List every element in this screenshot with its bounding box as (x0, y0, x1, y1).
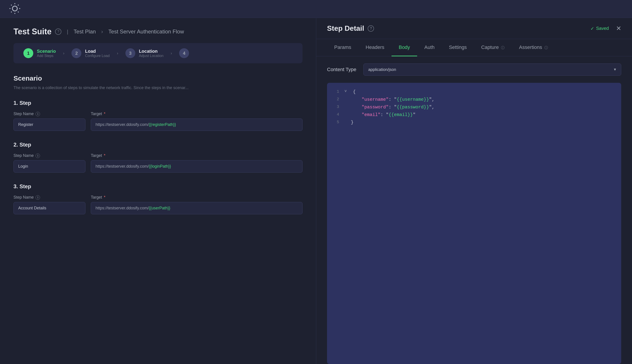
code-line-2: 2 "username": "{{username}}", (332, 96, 616, 104)
code-editor[interactable]: 1 v { 2 "username": "{{username}}", 3 "p… (327, 83, 621, 364)
step-block-2: 2. Step Step Name ℹ Target* (14, 142, 303, 172)
breadcrumb-current: Test Server Authentication Flow (108, 28, 184, 35)
step-arrow-1: › (63, 51, 64, 56)
detail-title: Step Detail ? (327, 24, 374, 32)
svg-line-8 (18, 5, 19, 6)
svg-line-7 (11, 12, 12, 12)
step-info-2: Load Configure Load (85, 49, 109, 58)
tab-body[interactable]: Body (391, 39, 417, 56)
line-indicator-1: v (345, 88, 347, 96)
line-content-4: "email": "{{email}}" (351, 111, 415, 119)
title-help-icon[interactable]: ? (55, 28, 61, 35)
tab-auth[interactable]: Auth (417, 39, 442, 56)
step2-name-label: Step Name ℹ (14, 153, 85, 158)
step3-target-group: Target* https://testserver.ddosify.com/{… (91, 195, 303, 214)
step-info-1: Scenario Add Steps (37, 49, 56, 58)
content-type-row: Content Type application/json text/plain… (316, 56, 632, 83)
breadcrumb-arrow: › (101, 28, 103, 35)
step-arrow-2: › (117, 51, 118, 56)
step1-name-info-icon[interactable]: ℹ (36, 112, 40, 116)
line-num-4: 4 (332, 111, 339, 119)
step-name-3: Location (139, 49, 163, 54)
content-type-label: Content Type (327, 67, 356, 72)
tab-headers[interactable]: Headers (358, 39, 391, 56)
step-name-2: Load (85, 49, 109, 54)
step2-target-group: Target* https://testserver.ddosify.com/{… (91, 153, 303, 172)
step-nav-2[interactable]: 2 Load Configure Load (66, 48, 115, 58)
line-num-3: 3 (332, 104, 339, 111)
line-content-3: "password": "{{password}}", (351, 104, 435, 111)
step-block-3: 3. Step Step Name ℹ Target* (14, 183, 303, 214)
scenario-title: Scenario (14, 74, 303, 82)
capture-info-icon: ⓘ (501, 46, 505, 50)
step1-target-template: {{registerPath}} (149, 122, 176, 127)
content-type-select[interactable]: application/json text/plain application/… (363, 64, 621, 76)
tab-assertions[interactable]: Assertions ⓘ (512, 39, 555, 56)
main-layout: Test Suite ? | Test Plan › Test Server A… (0, 18, 632, 364)
tabs-bar: Params Headers Body Auth Settings Captur… (316, 39, 632, 56)
step1-target-label: Target* (91, 112, 303, 116)
tab-capture[interactable]: Capture ⓘ (474, 39, 512, 56)
scenario-description: The scenario is a collection of steps to… (14, 85, 303, 91)
step1-name-input[interactable] (14, 118, 85, 131)
line-content-5: } (351, 119, 353, 126)
code-line-4: 4 "email": "{{email}}" (332, 111, 616, 119)
step-block-title-2: 2. Step (14, 142, 303, 148)
step2-target-display[interactable]: https://testserver.ddosify.com/{{loginPa… (91, 160, 303, 172)
breadcrumb-plan[interactable]: Test Plan (74, 28, 96, 35)
step-info-3: Location Adjust Location (139, 49, 163, 58)
line-num-5: 5 (332, 119, 339, 126)
step-sub-2: Configure Load (85, 54, 109, 58)
svg-line-4 (18, 12, 19, 12)
line-num-1: 1 (332, 88, 339, 96)
step2-name-group: Step Name ℹ (14, 153, 85, 172)
step2-target-base: https://testserver.ddosify.com/ (96, 164, 149, 169)
svg-line-3 (11, 5, 12, 6)
step3-name-input[interactable] (14, 202, 85, 214)
close-button[interactable]: ✕ (616, 25, 621, 32)
code-line-1: 1 v { (332, 88, 616, 96)
steps-nav: 1 Scenario Add Steps › 2 Load Configure … (14, 43, 303, 63)
step2-name-input[interactable] (14, 160, 85, 172)
step3-target-label: Target* (91, 195, 303, 200)
detail-actions: ✓ Saved ✕ (590, 25, 621, 32)
line-num-2: 2 (332, 96, 339, 104)
code-line-3: 3 "password": "{{password}}", (332, 104, 616, 111)
step1-name-label: Step Name ℹ (14, 112, 85, 116)
saved-label: Saved (596, 26, 609, 31)
left-panel: Test Suite ? | Test Plan › Test Server A… (0, 18, 316, 364)
step3-name-group: Step Name ℹ (14, 195, 85, 214)
breadcrumb-separator: | (67, 28, 68, 35)
app-title: Test Suite (14, 27, 52, 36)
line-content-2: "username": "{{username}}", (351, 96, 435, 104)
step3-target-display[interactable]: https://testserver.ddosify.com/{{userPat… (91, 202, 303, 214)
detail-header: Step Detail ? ✓ Saved ✕ (316, 18, 632, 39)
step1-target-display[interactable]: https://testserver.ddosify.com/{{registe… (91, 118, 303, 131)
step-nav-1[interactable]: 1 Scenario Add Steps (18, 48, 61, 58)
step-num-4: 4 (179, 48, 189, 58)
step-sub-3: Adjust Location (139, 54, 163, 58)
step-fields-3: Step Name ℹ Target* https://testserver.d… (14, 195, 303, 214)
step2-target-template: {{loginPath}} (149, 164, 171, 169)
svg-point-0 (12, 6, 17, 11)
step2-name-info-icon[interactable]: ℹ (36, 154, 40, 158)
step-nav-3[interactable]: 3 Location Adjust Location (120, 48, 169, 58)
step-num-1: 1 (23, 48, 33, 58)
assertions-info-icon: ⓘ (544, 46, 548, 50)
step-block-1: 1. Step Step Name ℹ Target* (14, 100, 303, 131)
detail-help-icon[interactable]: ? (368, 25, 374, 32)
tab-settings[interactable]: Settings (442, 39, 474, 56)
sun-icon (9, 3, 21, 15)
step-block-title-3: 3. Step (14, 183, 303, 190)
step-sub-1: Add Steps (37, 54, 56, 58)
saved-badge: ✓ Saved (590, 26, 609, 31)
step1-target-base: https://testserver.ddosify.com/ (96, 122, 149, 127)
tab-params[interactable]: Params (327, 39, 358, 56)
step-nav-4[interactable]: 4 (174, 48, 194, 58)
step3-name-info-icon[interactable]: ℹ (36, 195, 40, 200)
step-name-1: Scenario (37, 49, 56, 54)
step-fields-1: Step Name ℹ Target* https://testserver.d… (14, 112, 303, 131)
content-area: Scenario The scenario is a collection of… (0, 63, 316, 236)
step-arrow-3: › (171, 51, 172, 56)
breadcrumb: Test Suite ? | Test Plan › Test Server A… (0, 18, 316, 43)
